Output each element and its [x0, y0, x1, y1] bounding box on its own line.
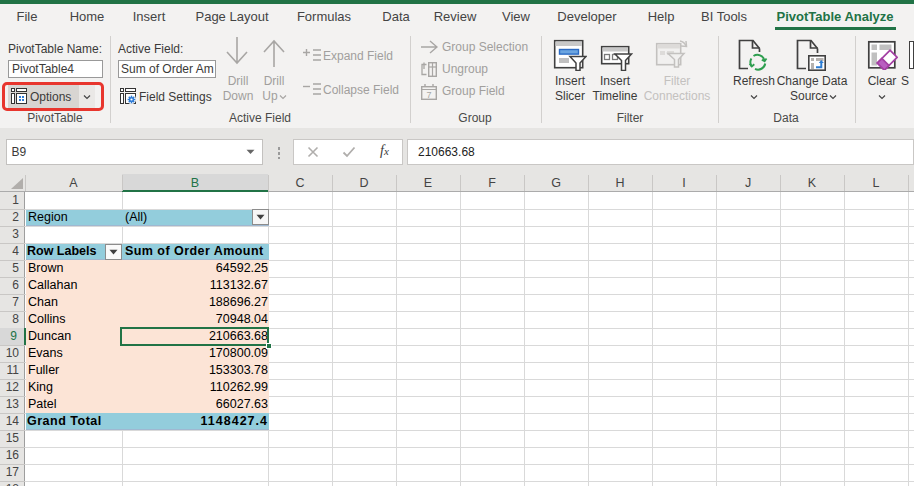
svg-text:7: 7 [426, 90, 431, 100]
